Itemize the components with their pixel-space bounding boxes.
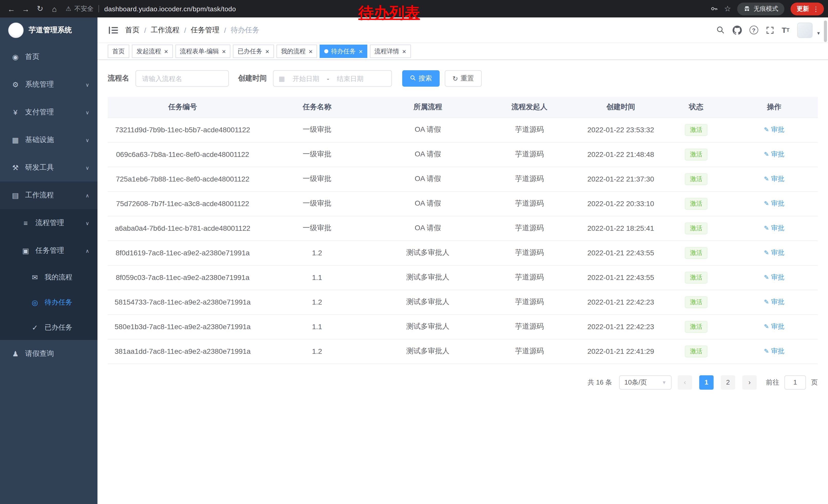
sidebar-item-system-mgmt[interactable]: ⚙系统管理∨ [0,71,97,98]
tab-form-edit[interactable]: 流程表单-编辑× [175,45,230,58]
cell-starter: 芋道源码 [479,240,580,265]
font-size-icon[interactable]: TT [782,26,790,34]
avatar[interactable] [797,22,813,38]
search-button[interactable]: 搜索 [402,70,440,87]
search-button-icon [410,75,416,82]
cell-task-name: 一级审批 [257,118,377,142]
close-icon[interactable]: × [309,48,313,55]
tab-todo-task[interactable]: 待办任务× [320,45,367,58]
approve-link[interactable]: ✎审批 [764,322,784,331]
sidebar-item-home[interactable]: ◉首页 [0,43,97,71]
sidebar-item-todo-task[interactable]: ◎待办任务 [0,290,97,315]
bookmark-star-icon[interactable]: ☆ [724,4,731,13]
cell-task-name: 一级审批 [257,142,377,167]
chevron-down-icon: ∨ [85,137,89,143]
sidebar-item-dev-tools[interactable]: ⚒研发工具∨ [0,154,97,182]
close-icon[interactable]: × [222,48,226,55]
tab-process-detail[interactable]: 流程详情× [370,45,411,58]
approve-link[interactable]: ✎审批 [764,248,784,258]
screen: ← → ↻ ⌂ ⚠ 不安全 dashboard.yudao.iocoder.cn… [0,0,828,504]
close-icon[interactable]: × [265,48,269,55]
sidebar-item-my-process[interactable]: ✉我的流程 [0,265,97,290]
end-date-input[interactable] [331,75,369,82]
approve-link[interactable]: ✎审批 [764,174,784,184]
process-name-input[interactable] [135,70,229,87]
cell-task-name: 1.1 [257,265,377,290]
search-button-label: 搜索 [419,74,432,83]
date-range-picker[interactable]: ▦ - [273,70,392,87]
tab-label: 发起流程 [136,47,161,56]
tab-home[interactable]: 首页 [108,45,129,58]
breadcrumb-home[interactable]: 首页 [125,26,139,35]
approve-link[interactable]: ✎审批 [764,199,784,208]
sidebar-item-workflow[interactable]: ▤工作流程∧ [0,182,97,209]
breadcrumb-workflow[interactable]: 工作流程 [151,26,179,35]
tab-start-process[interactable]: 发起流程× [132,45,173,58]
approve-label: 审批 [771,322,784,331]
reload-icon[interactable]: ↻ [33,4,47,13]
sidebar-item-label: 流程管理 [35,218,85,228]
cell-created: 2022-01-21 22:41:29 [580,339,662,364]
sidebar-item-done-task[interactable]: ✓已办任务 [0,315,97,340]
cell-task-name: 1.2 [257,339,377,364]
approve-link[interactable]: ✎审批 [764,150,784,159]
hamburger-icon[interactable] [109,26,118,34]
forward-icon[interactable]: → [18,4,33,13]
reset-button[interactable]: ↻ 重置 [445,70,482,87]
scrollbar-thumb[interactable] [824,20,827,42]
search-icon[interactable] [716,26,724,34]
approve-label: 审批 [771,297,784,307]
sidebar-item-leave-query[interactable]: ♟请假查询 [0,340,97,368]
address-bar[interactable]: ⚠ 不安全 dashboard.yudao.iocoder.cn/bpm/tas… [66,4,236,13]
cell-starter: 芋道源码 [479,142,580,167]
update-label: 更新 [797,4,809,13]
tab-done-task[interactable]: 已办任务× [233,45,274,58]
sidebar-item-label: 支付管理 [25,108,85,117]
sidebar-item-task-mgmt[interactable]: ▣任务管理∧ [0,237,97,265]
close-icon[interactable]: × [164,48,168,55]
sidebar-menu: ◉首页⚙系统管理∨¥支付管理∨▦基础设施∨⚒研发工具∨▤工作流程∧≡流程管理∨▣… [0,43,97,368]
browser-home-icon[interactable]: ⌂ [47,4,61,13]
fullscreen-icon[interactable] [766,26,774,34]
approve-link[interactable]: ✎审批 [764,224,784,233]
back-icon[interactable]: ← [4,4,18,13]
help-icon[interactable]: ? [749,26,758,34]
sidebar-item-process-mgmt[interactable]: ≡流程管理∨ [0,209,97,237]
sidebar-item-label: 已办任务 [45,323,89,332]
table-row: 8f059c03-7ac8-11ec-a9e2-a2380e71991a1.1测… [108,265,818,290]
sidebar-item-infrastructure[interactable]: ▦基础设施∨ [0,126,97,154]
breadcrumb-task-mgmt[interactable]: 任务管理 [191,26,219,35]
close-icon[interactable]: × [359,48,363,55]
browser-menu-icon[interactable]: ⋮ [813,5,819,12]
page-button-1[interactable]: 1 [699,375,714,390]
key-icon[interactable] [710,5,718,13]
tasks-icon: ▣ [20,246,31,255]
check-icon: ✓ [30,323,40,331]
caret-down-icon[interactable]: ▾ [817,30,820,38]
column-header: 任务名称 [257,97,377,118]
approve-link[interactable]: ✎审批 [764,347,784,356]
sidebar-item-payment-mgmt[interactable]: ¥支付管理∨ [0,98,97,126]
prev-page-button[interactable]: ‹ [678,375,692,390]
tab-my-process[interactable]: 我的流程× [277,45,317,58]
app-title: 芋道管理系统 [29,26,72,35]
url-text[interactable]: dashboard.yudao.iocoder.cn/bpm/task/todo [105,5,236,12]
page-button-2[interactable]: 2 [721,375,735,390]
approve-link[interactable]: ✎审批 [764,273,784,282]
app-logo[interactable]: 芋道管理系统 [0,17,97,43]
cell-status: 激活 [662,240,731,265]
github-icon[interactable] [732,26,742,35]
goto-page-input[interactable] [784,375,806,390]
page-size-select[interactable]: 10条/页 ▼ [619,375,671,390]
cell-task-id: 58154733-7ac8-11ec-a9e2-a2380e71991a [108,290,257,314]
approve-link[interactable]: ✎审批 [764,125,784,134]
close-icon[interactable]: × [402,48,406,55]
start-date-input[interactable] [287,75,325,82]
cell-created: 2022-01-21 22:43:55 [580,265,662,290]
next-page-button[interactable]: › [742,375,757,390]
cell-task-name: 1.1 [257,314,377,339]
cell-process: 测试多审批人 [377,240,479,265]
edit-icon: ✎ [764,126,769,133]
update-button[interactable]: 更新 ⋮ [791,2,824,15]
approve-link[interactable]: ✎审批 [764,297,784,307]
